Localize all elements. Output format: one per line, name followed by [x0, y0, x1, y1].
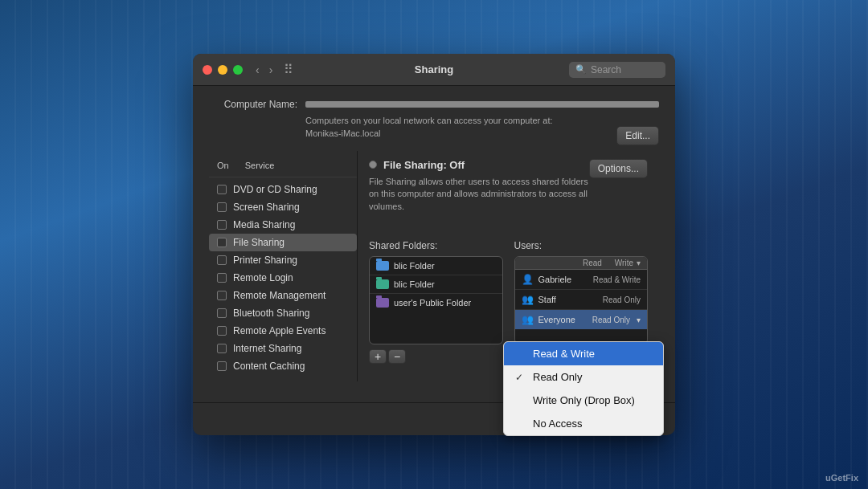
folder-label-2: blic Folder: [394, 279, 435, 289]
shared-folder-item-1[interactable]: blic Folder: [370, 257, 502, 275]
sidebar-item-screen[interactable]: Screen Sharing: [209, 198, 357, 216]
user-icon-gabriele: 👤: [522, 274, 534, 285]
sidebar-item-remote-mgmt[interactable]: Remote Management: [209, 287, 357, 304]
minimize-button[interactable]: [218, 65, 227, 75]
sidebar-item-apple-events[interactable]: Remote Apple Events: [209, 322, 357, 340]
folder-label-3: user's Public Folder: [394, 298, 471, 308]
checkbox-internet[interactable]: [217, 344, 227, 353]
file-sharing-title: File Sharing: Off: [383, 159, 465, 171]
users-list: Read Write ▾ 👤 Gabriele Read & Write 👥: [514, 256, 649, 344]
system-preferences-window: ‹ › ⠿ Sharing 🔍 Search Computer Name: Co…: [193, 54, 675, 435]
dropdown-item-write-only[interactable]: Write Only (Drop Box): [504, 389, 663, 412]
checkbox-printer[interactable]: [217, 255, 227, 265]
permission-dropdown[interactable]: Read & Write ✓ Read Only Write Only (Dro…: [503, 341, 664, 436]
forward-button[interactable]: ›: [266, 62, 276, 78]
perm-read-header: Read: [583, 259, 602, 267]
shared-folders-list: blic Folder blic Folder user's Public Fo…: [369, 256, 503, 344]
close-button[interactable]: [203, 65, 212, 75]
shared-folder-item-2[interactable]: blic Folder: [370, 275, 502, 294]
user-label-gabriele: Gabriele: [538, 275, 572, 284]
user-icon-everyone: 👥: [522, 314, 534, 325]
window-title: Sharing: [415, 63, 453, 75]
dropdown-label-no-access: No Access: [533, 418, 582, 430]
back-button[interactable]: ‹: [252, 62, 263, 78]
checkbox-media[interactable]: [217, 220, 227, 230]
user-perm-staff: Read Only: [603, 295, 641, 304]
sidebar-label-file: File Sharing: [233, 237, 285, 248]
folder-icon-1: [376, 261, 389, 271]
sidebar-label-internet: Internet Sharing: [233, 343, 301, 354]
dropdown-label-read-only: Read Only: [533, 371, 582, 383]
checkbox-file[interactable]: [217, 238, 227, 247]
checkbox-remote-mgmt[interactable]: [217, 291, 227, 300]
checkbox-remote-login[interactable]: [217, 273, 227, 283]
dropdown-item-read-write[interactable]: Read & Write: [504, 342, 663, 365]
sidebar-item-media[interactable]: Media Sharing: [209, 216, 357, 234]
options-button[interactable]: Options...: [589, 159, 648, 178]
sidebar-label-dvd: DVD or CD Sharing: [233, 184, 317, 195]
titlebar: ‹ › ⠿ Sharing 🔍 Search: [193, 54, 675, 86]
search-icon: 🔍: [575, 64, 587, 75]
computer-name-input[interactable]: [305, 101, 659, 108]
sidebar-label-content: Content Caching: [233, 361, 305, 372]
remove-folder-button[interactable]: −: [388, 349, 406, 364]
shared-folders-column: Shared Folders: blic Folder blic Folder: [369, 240, 503, 364]
add-folder-button[interactable]: +: [369, 349, 387, 364]
computer-name-row: Computer Name:: [209, 99, 659, 110]
user-label-staff: Staff: [538, 295, 556, 304]
sidebar-label-bluetooth: Bluetooth Sharing: [233, 308, 309, 319]
user-item-gabriele[interactable]: 👤 Gabriele Read & Write: [515, 270, 648, 290]
sidebar-item-internet[interactable]: Internet Sharing: [209, 340, 357, 357]
status-indicator: [369, 161, 377, 169]
dropdown-item-no-access[interactable]: No Access: [504, 412, 663, 435]
checkbox-dvd[interactable]: [217, 185, 227, 194]
sidebar-label-media: Media Sharing: [233, 219, 295, 230]
folder-icon-3: [376, 298, 389, 308]
sidebar-label-printer: Printer Sharing: [233, 255, 297, 266]
shared-folders-header: Shared Folders:: [369, 240, 503, 251]
user-item-everyone[interactable]: 👥 Everyone Read Only ▾: [515, 310, 648, 329]
sidebar-item-file[interactable]: File Sharing: [209, 234, 357, 251]
user-label-everyone: Everyone: [538, 315, 575, 324]
user-perm-gabriele: Read & Write: [593, 275, 641, 284]
sidebar-header: On Service: [209, 157, 357, 177]
perm-write-header: Write: [615, 259, 633, 267]
sidebar-label-screen: Screen Sharing: [233, 202, 300, 213]
grid-icon[interactable]: ⠿: [284, 62, 293, 77]
maximize-button[interactable]: [233, 65, 243, 75]
search-placeholder: Search: [591, 64, 621, 75]
user-perm-everyone: Read Only: [592, 316, 630, 324]
sidebar-item-content[interactable]: Content Caching: [209, 357, 357, 375]
sidebar-item-remote-login[interactable]: Remote Login: [209, 269, 357, 287]
search-box[interactable]: 🔍 Search: [569, 62, 665, 78]
sidebar: On Service DVD or CD Sharing Screen Shar…: [209, 151, 358, 381]
computer-local-info: Computers on your local network can acce…: [305, 115, 659, 140]
edit-button[interactable]: Edit...: [616, 126, 659, 145]
check-mark-read-only: ✓: [515, 372, 526, 383]
checkbox-content[interactable]: [217, 361, 227, 371]
users-header: Users:: [514, 240, 649, 251]
dropdown-label-write-only: Write Only (Drop Box): [533, 394, 635, 406]
sidebar-header-on: On: [217, 161, 229, 170]
shared-folders-buttons: + −: [369, 349, 503, 364]
shared-folder-item-3[interactable]: user's Public Folder: [370, 294, 502, 312]
checkbox-apple-events[interactable]: [217, 326, 227, 336]
dropdown-label-read-write: Read & Write: [533, 348, 595, 360]
sidebar-header-service: Service: [245, 161, 275, 170]
checkbox-bluetooth[interactable]: [217, 308, 227, 318]
user-icon-staff: 👥: [522, 294, 534, 305]
sidebar-item-dvd[interactable]: DVD or CD Sharing: [209, 181, 357, 198]
chevron-down-icon: ▾: [637, 259, 641, 267]
sidebar-label-remote-mgmt: Remote Management: [233, 290, 326, 301]
sidebar-label-remote-login: Remote Login: [233, 272, 293, 283]
user-item-staff[interactable]: 👥 Staff Read Only: [515, 290, 648, 310]
sidebar-item-printer[interactable]: Printer Sharing: [209, 251, 357, 269]
checkbox-screen[interactable]: [217, 202, 227, 212]
file-sharing-header: File Sharing: Off: [369, 159, 589, 171]
folder-label-1: blic Folder: [394, 261, 435, 271]
dropdown-item-read-only[interactable]: ✓ Read Only: [504, 365, 663, 389]
perm-dropdown-arrow[interactable]: ▾: [637, 316, 641, 324]
sidebar-item-bluetooth[interactable]: Bluetooth Sharing: [209, 304, 357, 322]
computer-name-label: Computer Name:: [209, 99, 297, 110]
folder-icon-2: [376, 279, 389, 289]
